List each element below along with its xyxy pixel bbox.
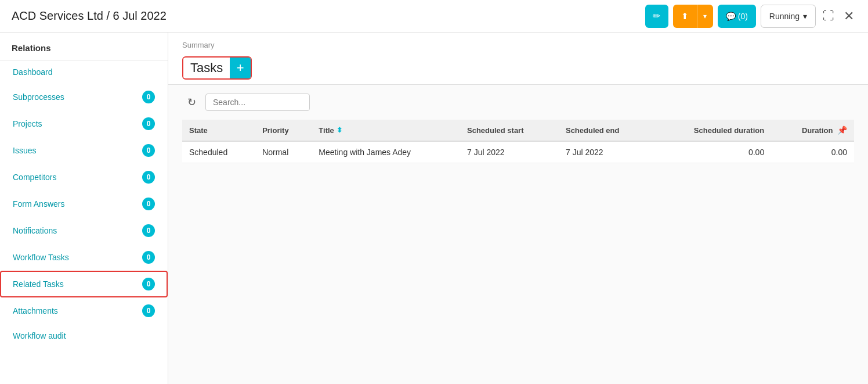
sidebar-item-label: Projects bbox=[13, 119, 42, 128]
cell-scheduled-start: 7 Jul 2022 bbox=[460, 141, 559, 163]
sidebar-item-issues[interactable]: Issues0 bbox=[0, 137, 168, 164]
sidebar-item-workflow-tasks[interactable]: Workflow Tasks0 bbox=[0, 244, 168, 271]
sidebar-item-badge: 0 bbox=[142, 91, 155, 103]
edit-button[interactable]: ✏ bbox=[645, 5, 668, 28]
col-scheduled-end: Scheduled end bbox=[559, 120, 653, 141]
cell-duration: 0.00 bbox=[771, 141, 854, 163]
sidebar-item-badge: 0 bbox=[142, 171, 155, 184]
col-scheduled-start: Scheduled start bbox=[460, 120, 559, 141]
sidebar-item-label: Form Answers bbox=[13, 199, 64, 209]
sidebar-item-attachments[interactable]: Attachments0 bbox=[0, 297, 168, 324]
sidebar-item-notifications[interactable]: Notifications0 bbox=[0, 217, 168, 244]
running-label: Running bbox=[769, 12, 800, 21]
app-title: ACD Services Ltd / 6 Jul 2022 bbox=[12, 9, 167, 23]
sidebar-item-dashboard[interactable]: Dashboard bbox=[0, 60, 168, 84]
cell-state: Scheduled bbox=[182, 141, 255, 163]
close-button[interactable]: ✕ bbox=[841, 6, 856, 26]
main-layout: Relations DashboardSubprocesses0Projects… bbox=[0, 33, 868, 384]
tasks-title: Tasks bbox=[183, 58, 230, 78]
sidebar-title: Relations bbox=[0, 33, 168, 60]
running-caret-icon: ▾ bbox=[803, 12, 807, 21]
sidebar-item-label: Workflow audit bbox=[13, 331, 66, 340]
sidebar-item-form-answers[interactable]: Form Answers0 bbox=[0, 191, 168, 217]
sidebar: Relations DashboardSubprocesses0Projects… bbox=[0, 33, 168, 384]
col-title[interactable]: Title ⬍ bbox=[312, 120, 460, 141]
tasks-header: Tasks + bbox=[182, 52, 854, 84]
sidebar-item-label: Competitors bbox=[13, 173, 56, 182]
sidebar-item-badge: 0 bbox=[142, 251, 155, 264]
sidebar-item-label: Subprocesses bbox=[13, 92, 64, 102]
app-header: ACD Services Ltd / 6 Jul 2022 ✏ ⬆ ▾ 💬 Sc… bbox=[0, 0, 868, 33]
content-area: Summary Tasks + ↻ State Priority bbox=[168, 33, 868, 384]
sidebar-item-projects[interactable]: Projects0 bbox=[0, 110, 168, 137]
search-input[interactable] bbox=[205, 94, 310, 111]
col-duration: Duration 📌 bbox=[771, 120, 854, 141]
sidebar-item-label: Related Tasks bbox=[13, 279, 64, 289]
tasks-title-box: Tasks + bbox=[182, 56, 252, 80]
sidebar-item-label: Issues bbox=[13, 146, 36, 155]
sort-icon: ⬍ bbox=[337, 126, 342, 134]
col-state: State bbox=[182, 120, 255, 141]
sidebar-item-label: Dashboard bbox=[13, 67, 53, 77]
table-body: ScheduledNormalMeeting with James Adey7 … bbox=[182, 141, 854, 163]
sidebar-item-competitors[interactable]: Competitors0 bbox=[0, 164, 168, 191]
pin-icon[interactable]: 📌 bbox=[837, 125, 847, 135]
tasks-table: State Priority Title ⬍ Scheduled start S… bbox=[182, 120, 854, 163]
upload-caret-button[interactable]: ▾ bbox=[697, 5, 713, 28]
upload-button[interactable]: ⬆ bbox=[673, 5, 697, 28]
sidebar-item-label: Workflow Tasks bbox=[13, 253, 69, 262]
upload-button-group: ⬆ ▾ bbox=[673, 5, 713, 28]
cell-priority: Normal bbox=[255, 141, 312, 163]
sidebar-item-badge: 0 bbox=[142, 144, 155, 157]
fullscreen-button[interactable]: ⛶ bbox=[820, 7, 837, 25]
table-wrapper: State Priority Title ⬍ Scheduled start S… bbox=[168, 120, 868, 163]
sidebar-item-label: Attachments bbox=[13, 306, 58, 315]
sidebar-item-badge: 0 bbox=[142, 198, 155, 210]
table-header: State Priority Title ⬍ Scheduled start S… bbox=[182, 120, 854, 141]
comment-button[interactable]: 💬 Scheduled (0) bbox=[718, 5, 756, 28]
col-priority: Priority bbox=[255, 120, 312, 141]
summary-label: Summary bbox=[182, 41, 854, 49]
cell-scheduled-end: 7 Jul 2022 bbox=[559, 141, 653, 163]
content-header: Summary Tasks + bbox=[168, 33, 868, 85]
sidebar-item-label: Notifications bbox=[13, 226, 57, 235]
cell-title: Meeting with James Adey bbox=[312, 141, 460, 163]
tasks-add-button[interactable]: + bbox=[230, 58, 251, 78]
sidebar-item-workflow-audit[interactable]: Workflow audit bbox=[0, 324, 168, 347]
sidebar-item-subprocesses[interactable]: Subprocesses0 bbox=[0, 84, 168, 110]
sidebar-item-badge: 0 bbox=[142, 304, 155, 317]
cell-scheduled-duration: 0.00 bbox=[653, 141, 771, 163]
sidebar-nav: DashboardSubprocesses0Projects0Issues0Co… bbox=[0, 60, 168, 347]
toolbar: ↻ bbox=[168, 85, 868, 120]
sidebar-item-badge: 0 bbox=[142, 224, 155, 237]
running-status-button[interactable]: Running ▾ bbox=[761, 5, 816, 28]
sidebar-item-badge: 0 bbox=[142, 117, 155, 130]
sidebar-item-related-tasks[interactable]: Related Tasks0 bbox=[0, 271, 168, 297]
sidebar-item-badge: 0 bbox=[142, 278, 155, 290]
col-scheduled-duration: Scheduled duration bbox=[653, 120, 771, 141]
header-actions: ✏ ⬆ ▾ 💬 Scheduled (0) Running ▾ ⛶ ✕ bbox=[645, 5, 856, 28]
refresh-button[interactable]: ↻ bbox=[182, 93, 201, 112]
table-row[interactable]: ScheduledNormalMeeting with James Adey7 … bbox=[182, 141, 854, 163]
comment-icon: 💬 bbox=[726, 12, 736, 21]
